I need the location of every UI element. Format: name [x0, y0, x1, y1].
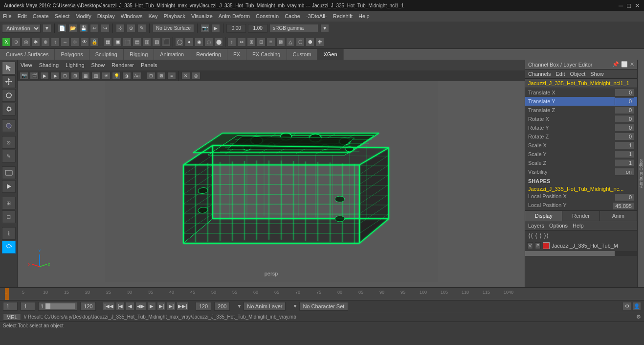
layer-color-swatch[interactable] [543, 242, 550, 249]
frame-start-field[interactable]: 1 [3, 302, 18, 311]
color-profile-arrow[interactable]: ▼ [320, 24, 329, 33]
menu-key[interactable]: Key [148, 13, 157, 19]
viewport-menu-panels[interactable]: Panels [141, 62, 157, 68]
channel-rotate-y[interactable]: Rotate Y 0 [525, 123, 637, 132]
menu-playback[interactable]: Playback [163, 13, 185, 19]
vp-light2[interactable]: 💡 [112, 72, 121, 80]
tool29[interactable]: △ [286, 38, 295, 46]
tool9[interactable]: 👁 [80, 38, 89, 46]
layer-visibility-btn[interactable]: V [527, 242, 533, 249]
tool16[interactable]: ▧ [152, 38, 161, 46]
vp-light1[interactable]: ☀ [102, 72, 111, 80]
close-button[interactable]: ✕ [635, 2, 640, 9]
frame-slider[interactable] [45, 303, 75, 309]
timeline[interactable]: 1 5 10 15 20 25 30 35 40 45 50 55 60 65 … [0, 287, 644, 300]
vp-step[interactable]: |▶ [50, 72, 59, 80]
layer-btn[interactable] [2, 241, 16, 253]
tab-fx-caching[interactable]: FX Caching [246, 49, 287, 60]
layer-arrow-left[interactable]: ⟨ [535, 232, 537, 239]
paint-btn[interactable]: ✎ [137, 24, 146, 33]
tab-animation[interactable]: Animation [154, 49, 190, 60]
cb-menu-object[interactable]: Object [570, 71, 585, 77]
no-char-set-field[interactable]: No Character Set [299, 302, 348, 311]
tool7[interactable]: ↔ [61, 38, 69, 46]
vp-tex[interactable]: ▧ [91, 72, 100, 80]
tab-render[interactable]: Render [562, 211, 600, 221]
tool28[interactable]: ⊠ [276, 38, 285, 46]
anim-end-field[interactable]: 120 [196, 302, 211, 311]
cb-menu-show[interactable]: Show [590, 71, 604, 77]
menu-anim-deform[interactable]: Anim Deform [219, 13, 250, 19]
channel-rotate-z[interactable]: Rotate Z 0 [525, 132, 637, 141]
channel-visibility[interactable]: Visibility on [525, 167, 637, 176]
tab-anim[interactable]: Anim [600, 211, 637, 221]
vp-play[interactable]: ▶ [40, 72, 49, 80]
tool17[interactable]: ⬛ [162, 38, 171, 46]
tool26[interactable]: ⊟ [257, 38, 266, 46]
tab-xgen[interactable]: XGen [317, 49, 343, 60]
tool21[interactable]: ◌ [204, 38, 213, 46]
no-anim-layer-field[interactable]: No Anim Layer [244, 302, 286, 311]
tab-polygons[interactable]: Polygons [55, 49, 89, 60]
timeline-playhead[interactable] [5, 288, 9, 300]
vp-wire2[interactable]: ⊞ [71, 72, 80, 80]
channel-rotate-x[interactable]: Rotate X 0 [525, 115, 637, 123]
menu-cache[interactable]: Cache [285, 13, 300, 19]
viewport-menu-shading[interactable]: Shading [39, 62, 59, 68]
soft-select-btn[interactable] [2, 119, 16, 132]
open-btn[interactable]: 📂 [68, 24, 77, 33]
menu-file[interactable]: File [3, 13, 12, 19]
menu-display[interactable]: Display [97, 13, 115, 19]
frame-slider-container[interactable]: 1 [38, 302, 77, 311]
channel-translate-y[interactable]: Translate Y 0 [525, 97, 637, 106]
max-frame-field[interactable]: 200 [214, 302, 230, 311]
menu-create[interactable]: Create [33, 13, 49, 19]
viewport-menu-renderer[interactable]: Renderer [111, 62, 134, 68]
tool5[interactable]: ⊕ [41, 38, 50, 46]
tool1[interactable]: X [2, 38, 11, 46]
viewport[interactable]: View Shading Lighting Show Renderer Pane… [18, 60, 525, 287]
tool11[interactable]: ▦ [103, 38, 112, 46]
tool18[interactable]: ◯ [175, 38, 184, 46]
layer-arrow-right2[interactable]: ⟩⟩ [544, 232, 549, 239]
layer-scrollbar-thumb[interactable] [525, 251, 615, 256]
channel-scale-x[interactable]: Scale X 1 [525, 141, 637, 150]
tool12[interactable]: ▣ [113, 38, 122, 46]
channel-scale-y[interactable]: Scale Y 1 [525, 150, 637, 159]
tool6[interactable]: ↕ [51, 38, 60, 46]
tab-fx[interactable]: FX [227, 49, 246, 60]
menu-redshift[interactable]: Redshift [333, 13, 353, 19]
menu-constrain[interactable]: Constrain [256, 13, 279, 19]
skip-end-btn[interactable]: ▶▶| [177, 302, 189, 311]
next-key-btn[interactable]: ▶| [167, 302, 176, 311]
tool31[interactable]: ⬢ [306, 38, 314, 46]
vp-wire1[interactable]: ⊡ [61, 72, 69, 80]
color-profile-btn[interactable]: sRGB gamma [269, 24, 318, 33]
layer-menu-help[interactable]: Help [573, 223, 584, 229]
select-btn[interactable]: ⊹ [116, 24, 125, 33]
channel-translate-z[interactable]: Translate Z 0 [525, 106, 637, 115]
attribute-editor-tab[interactable]: Attribute Editor [637, 60, 644, 287]
scale-tool-btn[interactable] [2, 103, 16, 115]
tool22[interactable]: ⬤ [214, 38, 223, 46]
camera-btn[interactable]: 📷 [200, 24, 209, 33]
rotate-tool-btn[interactable] [2, 89, 16, 102]
vp-isoline[interactable]: ≡ [167, 72, 176, 80]
menu-visualize[interactable]: Visualize [191, 13, 213, 19]
tab-display[interactable]: Display [525, 211, 562, 221]
skip-start-btn[interactable]: |◀◀ [103, 302, 115, 311]
redo-btn[interactable]: ↪ [101, 24, 110, 33]
vp-shadow[interactable]: ◑ [122, 72, 131, 80]
cb-menu-channels[interactable]: Channels [528, 71, 551, 77]
menu-edit[interactable]: Edit [18, 13, 27, 19]
tool23[interactable]: ↕ [227, 38, 236, 46]
tool24[interactable]: ⇔ [237, 38, 246, 46]
no-live-surface-btn[interactable]: No Live Surface [153, 24, 194, 33]
layer-arrow-left2[interactable]: ⟨⟨ [528, 232, 533, 239]
layer-menu-options[interactable]: Options [549, 223, 568, 229]
play-back-btn[interactable]: ◀▶ [135, 302, 146, 311]
frame-current-field[interactable]: 1 [21, 302, 35, 311]
render-btn[interactable]: ▶ [211, 24, 220, 33]
tool20[interactable]: ◉ [195, 38, 203, 46]
menu-select[interactable]: Select [55, 13, 70, 19]
